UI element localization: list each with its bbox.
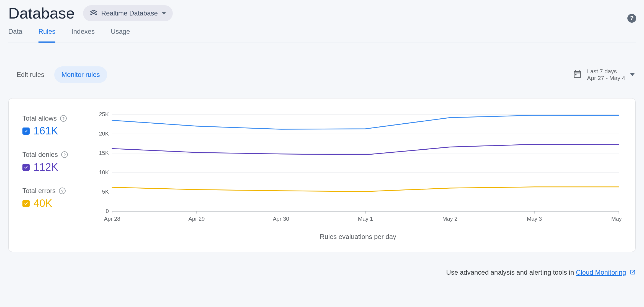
legend-allows: Total allows ? 161K <box>22 115 89 137</box>
tab-indexes[interactable]: Indexes <box>71 28 95 43</box>
legend-errors: Total errors ? 40K <box>22 187 89 209</box>
date-range-picker[interactable]: Last 7 days Apr 27 - May 4 <box>573 68 635 81</box>
cloud-monitoring-link[interactable]: Cloud Monitoring <box>576 269 626 276</box>
svg-text:Apr 28: Apr 28 <box>104 216 120 222</box>
subtab-monitor-rules[interactable]: Monitor rules <box>54 66 107 83</box>
svg-text:May 2: May 2 <box>442 216 457 222</box>
legend-denies-checkbox[interactable] <box>22 164 30 171</box>
database-selector[interactable]: Realtime Database <box>83 5 173 21</box>
help-icon[interactable]: ? <box>60 115 67 122</box>
legend-allows-label: Total allows <box>22 115 57 122</box>
svg-rect-0 <box>575 74 576 75</box>
svg-text:0: 0 <box>106 208 109 214</box>
page-title: Database <box>8 4 75 22</box>
footer-text: Use advanced analysis and alerting tools… <box>446 269 576 276</box>
subtab-edit-rules[interactable]: Edit rules <box>9 66 51 83</box>
tab-usage[interactable]: Usage <box>111 28 130 43</box>
svg-text:15K: 15K <box>99 150 109 156</box>
svg-text:10K: 10K <box>99 169 109 175</box>
svg-text:20K: 20K <box>99 131 109 137</box>
legend-denies-label: Total denies <box>22 151 58 158</box>
legend-denies-value: 112K <box>34 161 58 173</box>
database-selector-label: Realtime Database <box>101 9 158 17</box>
legend-allows-value: 161K <box>34 125 58 137</box>
chevron-down-icon <box>630 73 635 76</box>
tab-data[interactable]: Data <box>8 28 22 43</box>
tab-rules[interactable]: Rules <box>38 28 55 43</box>
date-range-label: Last 7 days <box>587 68 625 75</box>
monitor-card: Total allows ? 161K Total denies ? <box>8 98 636 252</box>
svg-text:May 1: May 1 <box>358 216 373 222</box>
legend-errors-value: 40K <box>34 197 52 209</box>
legend-errors-label: Total errors <box>22 187 56 195</box>
legend-allows-checkbox[interactable] <box>22 128 30 135</box>
chevron-down-icon <box>162 12 166 15</box>
footer: Use advanced analysis and alerting tools… <box>8 269 636 277</box>
nav-tabs: Data Rules Indexes Usage <box>8 28 636 43</box>
help-icon[interactable]: ? <box>61 151 68 158</box>
help-icon[interactable]: ? <box>627 14 636 23</box>
svg-text:25K: 25K <box>99 112 109 117</box>
external-link-icon <box>630 269 636 277</box>
svg-text:May 4: May 4 <box>611 216 622 222</box>
svg-text:5K: 5K <box>102 189 109 195</box>
legend-denies: Total denies ? 112K <box>22 151 89 173</box>
legend-errors-checkbox[interactable] <box>22 200 30 207</box>
rules-chart: 05K10K15K20K25KApr 28Apr 29Apr 30May 1Ma… <box>94 112 622 225</box>
svg-text:Apr 30: Apr 30 <box>273 216 289 222</box>
calendar-icon <box>573 69 582 80</box>
realtime-db-icon <box>90 9 97 18</box>
chart-xlabel: Rules evaluations per day <box>94 233 622 241</box>
date-range-dates: Apr 27 - May 4 <box>587 75 625 81</box>
svg-text:Apr 29: Apr 29 <box>189 216 205 222</box>
svg-text:May 3: May 3 <box>527 216 542 222</box>
help-icon[interactable]: ? <box>59 188 66 194</box>
